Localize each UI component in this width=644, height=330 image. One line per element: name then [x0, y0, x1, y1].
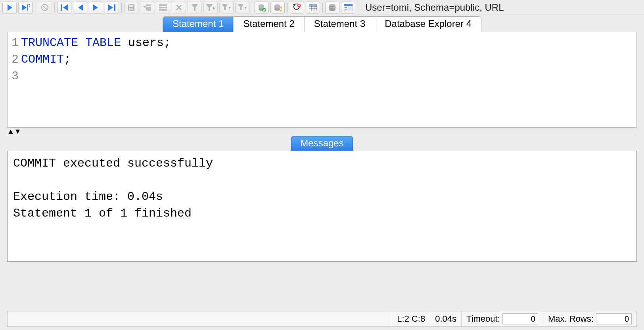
sql-editor[interactable]: TRUNCATE TABLE users;COMMIT;	[19, 32, 174, 127]
svg-rect-13	[129, 5, 133, 7]
filter-button[interactable]	[188, 2, 202, 13]
svg-rect-14	[129, 8, 133, 10]
result-grid-button[interactable]	[306, 2, 320, 13]
save-button[interactable]	[124, 2, 138, 13]
rollback-button[interactable]	[270, 2, 285, 13]
svg-marker-0	[8, 4, 12, 11]
timeout-cell: Timeout:	[461, 311, 543, 326]
svg-line-23	[176, 5, 181, 10]
svg-rect-21	[159, 9, 167, 11]
cursor-position: L:2 C:8	[392, 311, 430, 326]
svg-marker-38	[279, 6, 282, 9]
toolbar-separator	[358, 2, 358, 13]
splitter-handle[interactable]: ▲▼	[7, 128, 637, 135]
tab-statement-4[interactable]: Database Explorer 4	[375, 17, 481, 32]
svg-marker-24	[192, 4, 198, 11]
tab-messages[interactable]: Messages	[291, 136, 353, 151]
svg-point-52	[329, 9, 335, 11]
maxrows-input[interactable]	[596, 313, 632, 324]
svg-marker-9	[93, 4, 98, 11]
svg-rect-11	[114, 4, 115, 11]
sql-editor-panel: 123 TRUNCATE TABLE users;COMMIT;	[7, 32, 637, 128]
svg-point-53	[329, 6, 335, 9]
toolbar-separator	[121, 2, 122, 13]
maxrows-label: Max. Rows:	[548, 314, 594, 324]
svg-marker-18	[143, 6, 146, 8]
database-button[interactable]	[325, 2, 339, 13]
tab-statement-3[interactable]: Statement 3	[305, 17, 375, 32]
svg-point-37	[274, 8, 280, 11]
statement-tabs-row: Statement 1Statement 2Statement 3Databas…	[0, 15, 644, 32]
toolbar-separator	[252, 2, 252, 13]
svg-rect-44	[309, 4, 317, 11]
svg-marker-40	[293, 4, 295, 6]
svg-marker-10	[108, 4, 113, 11]
filter-dropdown2-button[interactable]	[235, 2, 249, 13]
svg-point-35	[274, 4, 280, 7]
svg-rect-16	[146, 7, 151, 9]
next-record-button[interactable]	[89, 2, 103, 13]
prev-record-button[interactable]	[73, 2, 87, 13]
toolbar-separator	[35, 2, 35, 13]
svg-rect-12	[128, 4, 134, 11]
connection-info: User=tomi, Schema=public, URL	[360, 2, 642, 13]
svg-marker-1	[22, 4, 27, 11]
insert-row-button[interactable]	[140, 2, 154, 13]
status-bar: L:2 C:8 0.04s Timeout: Max. Rows:	[7, 311, 637, 327]
svg-line-22	[176, 5, 181, 10]
svg-marker-26	[213, 7, 215, 10]
svg-rect-17	[146, 9, 151, 11]
svg-point-33	[259, 8, 264, 11]
svg-rect-15	[146, 4, 151, 6]
svg-marker-28	[228, 7, 231, 9]
svg-point-4	[42, 4, 48, 11]
svg-point-50	[329, 4, 335, 6]
svg-rect-20	[159, 7, 167, 8]
filter-edit-button[interactable]	[203, 2, 218, 13]
tab-statement-1[interactable]: Statement 1	[163, 17, 234, 32]
explorer-button[interactable]	[341, 2, 355, 13]
svg-marker-27	[222, 4, 228, 10]
svg-text:I: I	[28, 4, 30, 8]
svg-rect-56	[345, 7, 347, 8]
execution-time: 0.04s	[430, 311, 461, 326]
stop-button[interactable]	[38, 2, 52, 13]
run-current-button[interactable]: I	[18, 2, 33, 13]
svg-rect-6	[61, 4, 62, 11]
tab-statement-2[interactable]: Statement 2	[234, 17, 304, 32]
cancel-statement-button[interactable]	[290, 2, 304, 13]
commit-button[interactable]	[255, 2, 269, 13]
last-record-button[interactable]	[105, 2, 119, 13]
svg-rect-19	[159, 4, 167, 6]
svg-marker-30	[244, 7, 247, 9]
timeout-input[interactable]	[502, 313, 538, 324]
toolbar-separator	[322, 2, 323, 13]
timeout-label: Timeout:	[466, 314, 500, 324]
first-record-button[interactable]	[57, 2, 71, 13]
svg-marker-25	[206, 4, 213, 11]
expand-up-icon: ▲	[7, 127, 14, 136]
svg-rect-58	[348, 7, 352, 10]
svg-rect-32	[259, 6, 264, 10]
messages-output[interactable]: COMMIT executed successfully Execution t…	[7, 151, 637, 262]
editor-gutter: 123	[8, 32, 19, 127]
copy-row-button[interactable]	[156, 2, 170, 13]
svg-point-31	[259, 4, 264, 7]
expand-down-icon: ▼	[14, 127, 21, 136]
svg-rect-54	[344, 4, 353, 11]
svg-rect-42	[298, 4, 299, 6]
run-button[interactable]	[2, 2, 17, 13]
svg-rect-57	[345, 9, 347, 10]
svg-line-5	[43, 6, 47, 10]
svg-rect-2	[27, 4, 28, 11]
filter-dropdown-button[interactable]	[219, 2, 234, 13]
toolbar-separator	[54, 2, 55, 13]
svg-rect-55	[344, 4, 353, 6]
svg-marker-39	[279, 10, 282, 12]
svg-marker-29	[238, 4, 243, 10]
svg-point-34	[262, 8, 266, 12]
results-tabs-row: Messages	[7, 135, 637, 151]
main-toolbar: I	[0, 0, 644, 15]
delete-row-button[interactable]	[172, 2, 186, 13]
svg-rect-36	[274, 6, 280, 10]
